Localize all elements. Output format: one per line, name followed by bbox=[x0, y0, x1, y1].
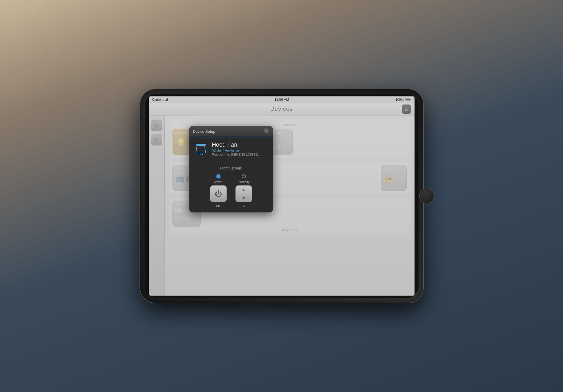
modal-close-button[interactable]: ✕ bbox=[263, 128, 269, 134]
wifi-icon bbox=[163, 98, 168, 101]
device-product-info: Product Info: SIEMENS LC69951 bbox=[212, 153, 259, 156]
device-location: [Kitchen] Appliance bbox=[212, 149, 259, 152]
stepper-up-button[interactable]: ▲ bbox=[236, 186, 252, 194]
battery-icon bbox=[405, 98, 411, 101]
intensity-radio[interactable] bbox=[242, 174, 246, 178]
power-control-group: power ⏻ on bbox=[210, 174, 227, 208]
front-settings-section: Front Settings power ⏻ on bbox=[189, 162, 273, 212]
intensity-value: 2 bbox=[243, 204, 245, 208]
status-time: 11:56 AM bbox=[274, 98, 289, 102]
intensity-label: intensity bbox=[238, 180, 249, 184]
power-radio[interactable] bbox=[216, 174, 220, 178]
device-setup-modal: Device Setup ✕ bbox=[189, 126, 273, 212]
ipad-home-button[interactable] bbox=[419, 188, 434, 204]
device-name: Hood Fan bbox=[212, 141, 259, 148]
device-info-section: Hood Fan [Kitchen] Appliance Product Inf… bbox=[189, 137, 273, 162]
battery-percent: 100% bbox=[395, 98, 404, 101]
stepper-down-button[interactable]: ▼ bbox=[236, 194, 252, 202]
status-right: 100% bbox=[395, 98, 411, 101]
ipad-device: Carrier 11:56 AM 100% De bbox=[140, 89, 423, 303]
modal-title: Device Setup bbox=[193, 129, 215, 134]
carrier-label: Carrier bbox=[152, 98, 162, 101]
device-fan-icon bbox=[194, 141, 208, 158]
power-button[interactable]: ⏻ bbox=[210, 185, 227, 202]
close-icon: ✕ bbox=[265, 129, 268, 133]
status-left: Carrier bbox=[152, 98, 168, 101]
power-label: power bbox=[214, 180, 223, 184]
device-details: Hood Fan [Kitchen] Appliance Product Inf… bbox=[212, 141, 259, 156]
intensity-control-group: intensity ▲ ▼ 2 bbox=[235, 174, 252, 208]
app-area: Devices ⌂ ↻ € Kitchen bbox=[149, 103, 415, 296]
modal-overlay bbox=[149, 103, 415, 296]
modal-header: Device Setup ✕ bbox=[189, 126, 273, 137]
controls-row: power ⏻ on intensity ▲ bbox=[194, 174, 269, 208]
ipad-screen: Carrier 11:56 AM 100% De bbox=[149, 96, 415, 296]
front-settings-title: Front Settings bbox=[194, 166, 269, 170]
power-value: on bbox=[216, 204, 220, 208]
power-button-icon: ⏻ bbox=[215, 189, 222, 198]
intensity-stepper[interactable]: ▲ ▼ bbox=[235, 185, 252, 202]
status-bar: Carrier 11:56 AM 100% bbox=[149, 96, 415, 103]
